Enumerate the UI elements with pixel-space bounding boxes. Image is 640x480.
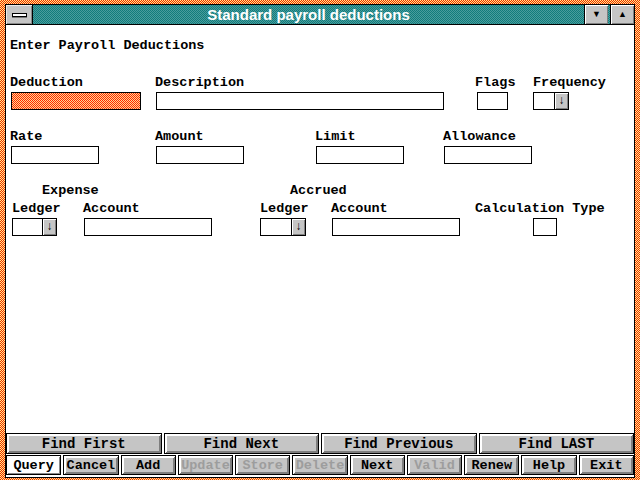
chevron-down-icon: ↓ xyxy=(558,94,565,108)
update-button[interactable]: Update xyxy=(178,455,233,475)
caption-buttons: ▼ ▲ xyxy=(584,5,634,24)
expense-account-field[interactable] xyxy=(84,218,212,236)
deduction-label: Deduction xyxy=(10,75,83,90)
flags-field[interactable] xyxy=(477,92,508,110)
calculation-type-field[interactable] xyxy=(533,218,557,236)
action-button-row: Query Cancel Add Update Store Delete Nex… xyxy=(6,455,634,475)
cancel-button[interactable]: Cancel xyxy=(63,455,118,475)
title-bar: Standard payroll deductions ▼ ▲ xyxy=(6,5,634,25)
expense-account-label: Account xyxy=(83,201,140,216)
frequency-dropdown-button[interactable]: ↓ xyxy=(554,93,568,109)
maximize-button[interactable]: ▲ xyxy=(610,5,634,24)
accrued-ledger-label: Ledger xyxy=(260,201,309,216)
accrued-ledger-value[interactable] xyxy=(261,219,291,235)
find-next-button[interactable]: Find Next xyxy=(164,433,320,454)
payroll-deductions-window: Standard payroll deductions ▼ ▲ Enter Pa… xyxy=(5,4,635,478)
calculation-type-label: Calculation Type xyxy=(475,201,605,216)
expense-ledger-dropdown-button[interactable]: ↓ xyxy=(42,219,56,235)
minimize-button[interactable]: ▼ xyxy=(584,5,608,24)
find-previous-button[interactable]: Find Previous xyxy=(321,433,477,454)
description-label: Description xyxy=(155,75,244,90)
rate-field[interactable] xyxy=(11,146,99,164)
accrued-account-field[interactable] xyxy=(332,218,460,236)
expense-ledger-label: Ledger xyxy=(12,201,61,216)
help-button[interactable]: Help xyxy=(521,455,576,475)
form-area: Enter Payroll Deductions Deduction Descr… xyxy=(6,25,634,477)
expense-ledger-value[interactable] xyxy=(13,219,42,235)
limit-field[interactable] xyxy=(316,146,404,164)
find-button-row: Find First Find Next Find Previous Find … xyxy=(6,433,634,454)
next-button[interactable]: Next xyxy=(350,455,405,475)
accrued-section-label: Accrued xyxy=(290,183,347,198)
window-border: Standard payroll deductions ▼ ▲ Enter Pa… xyxy=(0,0,640,480)
expense-section-label: Expense xyxy=(42,183,99,198)
frequency-combobox[interactable]: ↓ xyxy=(533,92,569,110)
expense-ledger-combobox[interactable]: ↓ xyxy=(12,218,57,236)
maximize-icon: ▲ xyxy=(618,10,627,19)
window-title: Standard payroll deductions xyxy=(33,5,584,24)
add-button[interactable]: Add xyxy=(121,455,176,475)
rate-label: Rate xyxy=(10,129,42,144)
frequency-value[interactable] xyxy=(534,93,554,109)
chevron-down-icon: ↓ xyxy=(295,220,302,234)
accrued-ledger-dropdown-button[interactable]: ↓ xyxy=(291,219,305,235)
exit-button[interactable]: Exit xyxy=(579,455,634,475)
system-menu-icon xyxy=(12,13,27,17)
flags-label: Flags xyxy=(475,75,516,90)
allowance-label: Allowance xyxy=(443,129,516,144)
description-field[interactable] xyxy=(156,92,444,110)
delete-button[interactable]: Delete xyxy=(292,455,347,475)
valid-button[interactable]: Valid xyxy=(407,455,462,475)
minimize-icon: ▼ xyxy=(592,10,601,19)
query-button[interactable]: Query xyxy=(6,455,61,475)
find-last-button[interactable]: Find LAST xyxy=(479,433,635,454)
amount-label: Amount xyxy=(155,129,204,144)
frequency-label: Frequency xyxy=(533,75,606,90)
form-heading: Enter Payroll Deductions xyxy=(10,38,204,53)
chevron-down-icon: ↓ xyxy=(46,220,53,234)
renew-button[interactable]: Renew xyxy=(464,455,519,475)
store-button[interactable]: Store xyxy=(235,455,290,475)
accrued-account-label: Account xyxy=(331,201,388,216)
allowance-field[interactable] xyxy=(444,146,532,164)
amount-field[interactable] xyxy=(156,146,244,164)
accrued-ledger-combobox[interactable]: ↓ xyxy=(260,218,306,236)
deduction-field[interactable] xyxy=(11,92,141,110)
system-menu-button[interactable] xyxy=(6,5,33,24)
limit-label: Limit xyxy=(315,129,356,144)
find-first-button[interactable]: Find First xyxy=(6,433,162,454)
